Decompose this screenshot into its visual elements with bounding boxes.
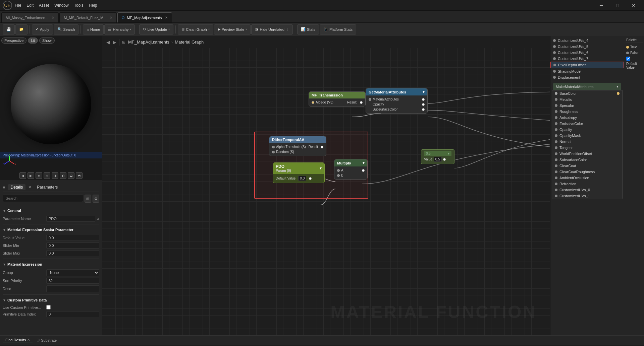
- float-dropdown[interactable]: ▾: [448, 152, 449, 155]
- tab-mi-mossy[interactable]: MI_Mossy_Embankmen... ✕: [1, 12, 59, 22]
- menu-edit[interactable]: Edit: [26, 3, 34, 8]
- palette-item-true[interactable]: True: [626, 44, 643, 50]
- grid-view-button[interactable]: ⊞: [85, 195, 91, 203]
- pin-label: SubsurfaceColor: [559, 158, 587, 162]
- menu-help[interactable]: Help: [89, 3, 97, 8]
- hide-unrelated-button[interactable]: ◑ Hide Unrelated ⋮: [251, 24, 292, 34]
- scalar-section[interactable]: ▼ Material Expression Scalar Parameter: [3, 226, 99, 233]
- tab-close[interactable]: ✕: [165, 16, 168, 19]
- dropdown-icon[interactable]: ▾: [616, 84, 619, 89]
- breadcrumb-root[interactable]: MF_MapAdjustments: [128, 40, 169, 45]
- right-item-customized-uvs-4[interactable]: CustomizedUVs_4: [550, 38, 624, 44]
- maximize-button[interactable]: □: [610, 0, 625, 11]
- perspective-button[interactable]: Perspective: [1, 38, 26, 44]
- platform-stats-button[interactable]: 📱 Platform Stats: [320, 24, 356, 34]
- slider-max-field[interactable]: 0.0: [46, 250, 99, 256]
- preview-state-button[interactable]: ▶ Preview State ▾: [214, 24, 251, 34]
- back-button[interactable]: ◀: [106, 40, 110, 45]
- details-close[interactable]: ✕: [28, 185, 32, 190]
- node-mf-transmission[interactable]: MF_Transmission Albedo (V3) Result: [309, 91, 366, 107]
- node-dither-temporal-aa[interactable]: DitherTemporalAA Alpha Threshold (S) Res…: [269, 136, 326, 156]
- details-search-input[interactable]: [3, 195, 83, 202]
- vp-btn-6[interactable]: ◐: [60, 172, 66, 179]
- vp-btn-2[interactable]: ▶: [28, 172, 34, 179]
- show-button[interactable]: Show: [39, 38, 55, 44]
- tab-close-icon[interactable]: ✕: [27, 338, 30, 342]
- node-get-material-attributes[interactable]: GetMaterialAttributes ▾ MaterialAttribut…: [366, 88, 428, 114]
- right-item-customized-uvs-7[interactable]: CustomizedUVs_7: [550, 56, 624, 62]
- use-custom-checkbox[interactable]: [46, 305, 51, 309]
- right-item-displacement[interactable]: Displacement: [550, 74, 624, 80]
- vp-btn-7[interactable]: ◒: [68, 172, 74, 179]
- float-05-node[interactable]: 0.5 ▾ Value 0.5: [421, 149, 454, 164]
- clean-graph-button[interactable]: ⊞ Clean Graph ▾: [178, 24, 213, 34]
- substrate-tab[interactable]: ⊞ Substrate: [34, 337, 59, 343]
- general-section[interactable]: ▼ General: [3, 207, 99, 214]
- stats-button[interactable]: 📊 Stats: [297, 24, 319, 34]
- forward-button[interactable]: ▶: [113, 40, 116, 45]
- palette-item-default[interactable]: Default Value: [626, 56, 643, 70]
- slider-min-field[interactable]: 0.0: [46, 243, 99, 249]
- right-item-pixel-depth-offset[interactable]: PixelDepthOffset: [550, 62, 624, 68]
- dropdown-icon[interactable]: ▾: [363, 161, 365, 165]
- tab-mf-mapadjustments[interactable]: ⬡ MF_MapAdjustments ✕: [117, 12, 172, 22]
- vp-btn-4[interactable]: ○: [44, 172, 50, 179]
- node-pdo-param[interactable]: PDO Param (0) ▾ Default Value 0.0: [273, 162, 325, 183]
- palette-item-false[interactable]: False: [626, 50, 643, 56]
- search-button[interactable]: 🔍 Search: [54, 24, 79, 34]
- chevron-down-icon: ▾: [246, 28, 247, 31]
- hierarchy-button[interactable]: ☰ Hierarchy ▾: [104, 24, 135, 34]
- pin-dot: [553, 76, 556, 79]
- minimize-button[interactable]: ─: [594, 0, 609, 11]
- divider: [3, 294, 99, 295]
- close-button[interactable]: ✕: [626, 0, 641, 11]
- find-results-tab[interactable]: Find Results ✕: [3, 337, 33, 343]
- viewport[interactable]: Perspective Lit Show Previewing: Materia…: [0, 36, 102, 180]
- default-value-checkbox[interactable]: [626, 57, 630, 61]
- live-update-button[interactable]: ↻ Live Update ▾: [139, 24, 173, 34]
- lit-button[interactable]: Lit: [28, 38, 38, 44]
- tab-close[interactable]: ✕: [52, 16, 54, 19]
- group-select[interactable]: None: [46, 269, 99, 276]
- settings-button[interactable]: ⚙: [93, 195, 99, 203]
- custom-data-section[interactable]: ▼ Custom Primitive Data: [3, 297, 99, 303]
- vp-btn-8[interactable]: ◓: [76, 172, 83, 179]
- toolbar-browse-btn[interactable]: 📁: [15, 24, 28, 34]
- tab-close[interactable]: ✕: [110, 16, 112, 19]
- reset-icon[interactable]: ↺: [97, 217, 99, 221]
- parameters-tab[interactable]: Parameters: [34, 184, 60, 190]
- pin-dot: [337, 174, 340, 177]
- menu-asset[interactable]: Asset: [39, 3, 49, 8]
- details-tab[interactable]: Details: [8, 184, 26, 190]
- dropdown-icon[interactable]: ▾: [423, 90, 425, 94]
- expression-section[interactable]: ▼ Material Expression: [3, 261, 99, 268]
- vp-btn-3[interactable]: ●: [36, 172, 42, 179]
- vp-btn-1[interactable]: ◀: [19, 172, 26, 179]
- graph-area[interactable]: ◀ ▶ ⊞ MF_MapAdjustments › Material Graph: [102, 36, 550, 335]
- parameter-name-value[interactable]: PDO: [46, 216, 95, 222]
- home-button[interactable]: ⌂ Home: [83, 24, 104, 34]
- primitive-index-field[interactable]: 0: [46, 311, 99, 317]
- sort-priority-field[interactable]: 32: [46, 278, 99, 284]
- pin-label: WorldPositionOffset: [559, 152, 592, 156]
- tab-m-ms[interactable]: M_MS_Default_Fuzz_M... ✕: [59, 12, 117, 22]
- right-item-customized-uvs-5[interactable]: CustomizedUVs_5: [550, 44, 624, 50]
- default-value-field[interactable]: 0.0: [46, 235, 99, 241]
- breadcrumb-current: Material Graph: [175, 40, 204, 45]
- right-item-customized-uvs-6[interactable]: CustomizedUVs_6: [550, 50, 624, 56]
- vp-btn-5[interactable]: ◑: [52, 172, 58, 179]
- toolbar: 💾 📁 ✔ Apply 🔍 Search ⌂ Home ☰ Hierarchy …: [0, 23, 644, 36]
- make-material-node[interactable]: MakeMaterialAttributes ▾ BaseColor Metal…: [552, 83, 623, 199]
- apply-button[interactable]: ✔ Apply: [32, 24, 53, 34]
- menu-window[interactable]: Window: [54, 3, 69, 8]
- pin-dot: [555, 189, 557, 191]
- pin-label: Metallic: [559, 97, 572, 101]
- make-material-ao: AmbientOcclusion: [552, 175, 622, 181]
- menu-file[interactable]: File: [15, 3, 21, 8]
- node-multiply[interactable]: Multiply ▾ A B: [334, 159, 368, 180]
- toolbar-icon-btn[interactable]: 💾: [3, 24, 15, 34]
- right-item-shading-model[interactable]: ShadingModel: [550, 68, 624, 74]
- menu-tools[interactable]: Tools: [74, 3, 84, 8]
- dropdown-icon[interactable]: ▾: [320, 166, 322, 170]
- desc-field[interactable]: [46, 285, 99, 292]
